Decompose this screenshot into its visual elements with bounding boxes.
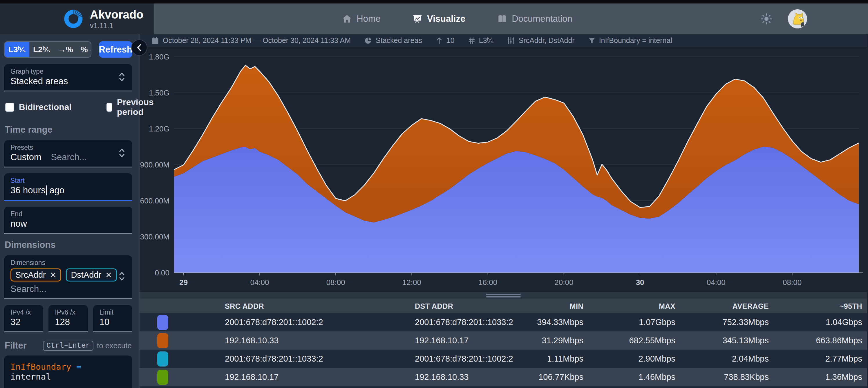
limit-field[interactable]: Limit 10: [93, 305, 132, 332]
unit-selector: L3ᵇ⁄ₛL2ᵇ⁄ₛ→%%→ᵖ⁄ₛ: [4, 41, 91, 58]
brand-text: Akvorado v1.11.1: [90, 8, 144, 30]
unit-option[interactable]: →%: [54, 42, 77, 57]
x-axis-label: 29: [179, 278, 188, 287]
checkbox-box[interactable]: [106, 103, 112, 112]
calendar-icon: [151, 36, 159, 45]
checkbox-bidirectional[interactable]: Bidirectional: [5, 97, 72, 117]
dimensions-search-placeholder: Search...: [10, 284, 126, 294]
dimensions-label: Dimensions: [10, 259, 126, 267]
start-time-field[interactable]: Start 36 hours ago: [4, 173, 132, 201]
summary-item: Stacked areas: [364, 36, 422, 45]
app-version: v1.11.1: [90, 22, 144, 30]
summary-item: October 28, 2024 11:33 PM — October 30, …: [151, 36, 351, 45]
cell-max: 1.46Mbps: [588, 368, 680, 386]
refresh-button[interactable]: Refresh: [99, 41, 132, 58]
graph-type-select[interactable]: Graph type Stacked areas: [4, 64, 132, 91]
arrow-up-icon: [435, 36, 443, 45]
dimension-chip-srcaddr[interactable]: SrcAddr✕: [10, 268, 61, 281]
y-axis-label: 1.20G: [149, 124, 169, 133]
x-axis-label: 04:00: [250, 278, 269, 287]
nav-item-home[interactable]: Home: [342, 13, 381, 24]
query-summary-bar: October 28, 2024 11:33 PM — October 30, …: [140, 34, 867, 47]
end-time-field[interactable]: End now: [4, 207, 132, 234]
unit-option[interactable]: L3ᵇ⁄ₛ: [5, 42, 29, 57]
table-header-swatch: [140, 299, 216, 313]
nav-item-label: Documentation: [512, 13, 572, 24]
traffic-chart[interactable]: 0.00300.00M600.00M900.00M1.20G1.50G1.80G…: [140, 47, 867, 292]
table-row[interactable]: 2001:678:d78:201::1033:22001:678:d78:201…: [140, 350, 867, 368]
cell-average: 2.04Mbps: [680, 350, 774, 368]
header: Akvorado v1.11.1 HomeVisualizeDocumentat…: [0, 3, 868, 34]
drag-grip-icon: [486, 292, 521, 299]
filter-token: InIfBoundary: [10, 362, 71, 372]
area-series-1[interactable]: [174, 147, 859, 273]
cell-95th: 663.86Mbps: [774, 331, 867, 350]
header-right: [761, 9, 868, 28]
checkbox-box[interactable]: [5, 103, 14, 112]
summary-text: 10: [446, 36, 455, 45]
filter-expression: InIfBoundary = internal: [10, 362, 126, 382]
cell-src-addr: 2001:678:d78:201::1033:2: [216, 350, 406, 368]
table-row[interactable]: 192.168.10.17192.168.10.33106.77Kbps1.46…: [140, 368, 867, 386]
cell-min: 31.29Mbps: [531, 331, 588, 350]
table-header-max[interactable]: MAX: [588, 299, 680, 313]
cell-max: 682.55Mbps: [588, 331, 680, 350]
chip-remove-icon[interactable]: ✕: [105, 270, 112, 280]
table-header-average[interactable]: AVERAGE: [680, 299, 774, 313]
chevron-updown-icon: [118, 71, 126, 84]
table-header-row: SRC ADDRDST ADDRMINMAXAVERAGE~95TH: [140, 299, 867, 313]
hash-icon: [468, 36, 475, 45]
cell-max: 2.90Mbps: [588, 350, 680, 368]
theme-toggle-sun-icon[interactable]: [761, 13, 772, 25]
x-axis-label: 08:00: [327, 278, 345, 287]
filter-editor[interactable]: InIfBoundary = internal: [4, 356, 132, 388]
nav-item-visualize[interactable]: Visualize: [412, 13, 465, 24]
presets-select[interactable]: Presets Custom Search...: [4, 140, 132, 168]
ipv6-prefix-field[interactable]: IPv6 /x 128: [49, 305, 88, 332]
filter-token: internal: [10, 372, 51, 382]
x-axis-label: 20:00: [554, 278, 573, 287]
chevron-updown-icon: [118, 147, 126, 160]
text-caret: [46, 185, 47, 195]
table-header-dst-addr[interactable]: DST ADDR: [406, 299, 531, 313]
dimension-chip-dstaddr[interactable]: DstAddr✕: [66, 268, 117, 281]
dimensions-heading: Dimensions: [5, 240, 132, 250]
user-avatar[interactable]: [788, 9, 807, 28]
unit-option[interactable]: L2ᵇ⁄ₛ: [29, 42, 54, 57]
ipv4-value: 32: [10, 317, 37, 327]
cell-dst-addr: 2001:678:d78:201::1033:2: [406, 313, 531, 331]
chevron-updown-icon: [118, 270, 126, 283]
cell-dst-addr: 2001:678:d78:201::1002:2: [406, 350, 531, 368]
summary-text: L3ᵇ⁄ₛ: [479, 36, 494, 45]
ipv6-label: IPv6 /x: [55, 308, 82, 316]
limit-label: Limit: [99, 308, 126, 316]
checkbox-label: Bidirectional: [19, 102, 72, 112]
sidebar: L3ᵇ⁄ₛL2ᵇ⁄ₛ→%%→ᵖ⁄ₛ Refresh Graph type Sta…: [0, 34, 140, 388]
unit-option[interactable]: %→: [77, 42, 91, 57]
y-axis-label: 600.00M: [140, 197, 169, 205]
presets-search-placeholder: Search...: [51, 152, 87, 162]
main-content: October 28, 2024 11:33 PM — October 30, …: [140, 34, 867, 388]
x-axis-label: 12:00: [402, 278, 421, 287]
chip-remove-icon[interactable]: ✕: [50, 270, 57, 280]
nav-item-documentation[interactable]: Documentation: [497, 13, 572, 24]
brand[interactable]: Akvorado v1.11.1: [0, 3, 154, 34]
table-header-min[interactable]: MIN: [531, 299, 588, 313]
ipv4-prefix-field[interactable]: IPv4 /x 32: [4, 305, 43, 332]
ipv6-value: 128: [55, 317, 82, 327]
end-label: End: [10, 210, 126, 218]
table-row[interactable]: 2001:678:d78:201::1002:22001:678:d78:201…: [140, 313, 867, 331]
series-swatch-cell: [140, 331, 216, 350]
app-title: Akvorado: [90, 8, 144, 21]
sidebar-collapse-button[interactable]: [131, 39, 147, 56]
dimensions-select[interactable]: Dimensions SrcAddr✕DstAddr✕ Search...: [4, 256, 132, 299]
cell-src-addr: 2001:678:d78:201::1002:2: [216, 313, 406, 331]
table-header-src-addr[interactable]: SRC ADDR: [216, 299, 406, 313]
summary-item: InIfBoundary = internal: [588, 36, 672, 45]
table-row[interactable]: 192.168.10.33192.168.10.1731.29Mbps682.5…: [140, 331, 867, 350]
series-color-swatch: [157, 370, 168, 385]
table-header--95th[interactable]: ~95TH: [774, 299, 867, 313]
docs-icon: [497, 14, 507, 24]
series-swatch-cell: [140, 350, 216, 368]
chart-table-resizer[interactable]: [140, 292, 867, 299]
